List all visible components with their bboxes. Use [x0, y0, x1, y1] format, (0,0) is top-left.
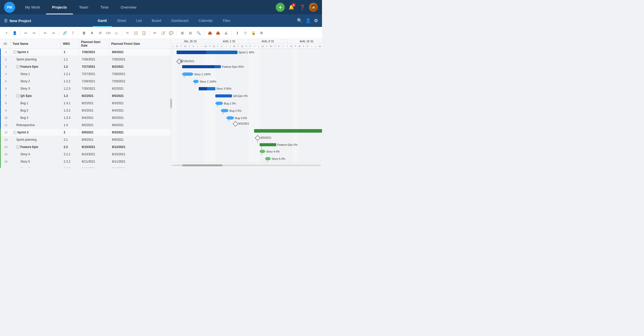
user-management-icon[interactable]: 👤: [305, 18, 311, 23]
outdent-button[interactable]: ⇐: [42, 29, 49, 36]
collapse-icon[interactable]: −: [16, 65, 19, 68]
assign-button[interactable]: 👤: [11, 29, 18, 36]
table-row[interactable]: 13 Sprint planning 2.1 8/9/2021 8/9/2021: [0, 136, 171, 143]
table-row[interactable]: 16 Story 5 2.2.2 8/11/2021 8/11/2021: [0, 158, 171, 165]
collapse-icon[interactable]: −: [16, 94, 19, 97]
table-row[interactable]: 15 Story 4 2.2.1 8/10/2021 8/10/2021: [0, 151, 171, 158]
row-number: 6: [1, 85, 11, 92]
finish-date: 8/5/2021: [110, 114, 171, 121]
table-row[interactable]: 8 Bug 1 1.3.1 8/2/2021 8/3/2021: [0, 100, 171, 107]
collapse-icon[interactable]: −: [16, 145, 19, 148]
gantt-settings-button[interactable]: ⚙: [258, 29, 265, 36]
draw-button[interactable]: ✏: [151, 29, 158, 36]
cut-button[interactable]: ✂: [124, 29, 131, 36]
avatar-image: 🧔: [309, 3, 318, 12]
logo[interactable]: PM: [4, 2, 15, 13]
nav-overview[interactable]: Overview: [115, 0, 143, 14]
task-name: Story 2: [11, 78, 62, 85]
delete-button[interactable]: 🗑: [80, 29, 88, 36]
gantt-scrollbar-thumb[interactable]: [182, 164, 222, 166]
print-button[interactable]: 🖨: [222, 29, 229, 36]
add-button[interactable]: ＋: [276, 3, 285, 12]
table-row[interactable]: 6 Story 3 1.2.3 7/30/2021 8/2/2021: [0, 85, 171, 92]
nav-my-work[interactable]: My Work: [19, 0, 46, 14]
add-task-button[interactable]: ＋: [3, 29, 10, 36]
gantt-day: S: [200, 44, 204, 49]
table-row[interactable]: 5 Story 2 1.2.2 7/29/2021 7/29/2021: [0, 78, 171, 85]
help-button[interactable]: ❓: [298, 3, 307, 12]
nav-projects[interactable]: Projects: [46, 0, 73, 14]
drag-dot: [171, 103, 172, 104]
table-row[interactable]: 14 − Feature Epic 2.2 8/10/2021 8/12/202…: [0, 143, 171, 151]
tab-list[interactable]: List: [131, 14, 147, 27]
export-button[interactable]: 📤: [206, 29, 213, 36]
gantt-day: W: [240, 44, 245, 49]
panel-resize-handle[interactable]: [170, 98, 172, 108]
indent-button[interactable]: ⇒: [50, 29, 57, 36]
row-number: 8: [1, 100, 11, 107]
table-row[interactable]: 7 − QA Epic 1.3 8/2/2021 8/5/2021: [0, 92, 171, 100]
gantt-day: S: [228, 44, 232, 49]
numbering-button[interactable]: 123: [105, 29, 112, 36]
unlink-button[interactable]: ⤴: [69, 29, 76, 36]
tab-calendar[interactable]: Calendar: [193, 14, 218, 27]
redo-button[interactable]: ↪: [30, 29, 37, 36]
notifications-button[interactable]: 🔔 1: [287, 3, 296, 12]
nav-team[interactable]: Team: [73, 0, 94, 14]
milestone-button[interactable]: ◇: [113, 29, 120, 36]
paste-button[interactable]: 📋: [140, 29, 147, 36]
info-button[interactable]: ℹ: [234, 29, 241, 36]
table-row[interactable]: 3 − Feature Epic 1.2 7/27/2021 8/2/2021: [0, 63, 171, 70]
copy-button[interactable]: ⬜: [132, 29, 139, 36]
tab-dashboard[interactable]: Dashboard: [166, 14, 194, 27]
gantt-panel: JUL, 25 '21 AUG, 1 '21 AUG, 8 '21 AUG, 1…: [171, 39, 322, 168]
gantt-day: T: [265, 44, 269, 49]
lock-button[interactable]: 🔒: [250, 29, 257, 36]
menu-icon[interactable]: ☰: [4, 18, 8, 23]
tab-sheet[interactable]: Sheet: [112, 14, 131, 27]
gantt-day: T: [187, 44, 191, 49]
table-row[interactable]: 1 − Sprint 1 1 7/26/2021 8/6/2021: [0, 49, 171, 56]
gantt-scrollbar[interactable]: [171, 162, 322, 168]
tab-files[interactable]: Files: [218, 14, 235, 27]
collapse-button[interactable]: ⊟: [187, 29, 194, 36]
table-row[interactable]: 11 Retrospective 1.4 8/5/2021 8/6/2021: [0, 122, 171, 129]
table-row[interactable]: 9 Bug 2 1.3.2 8/3/2021 8/4/2021: [0, 107, 171, 114]
filter-button[interactable]: ▽: [242, 29, 249, 36]
task-name: Story 5: [11, 158, 62, 165]
link-button[interactable]: 🔗: [61, 29, 68, 36]
notes-button[interactable]: 📝: [159, 29, 167, 36]
comment-button[interactable]: 💬: [168, 29, 175, 36]
row-number: 12: [1, 129, 11, 136]
table-row[interactable]: 17 Story 6 2.2.3 8/12/2021 8/12/2021: [0, 165, 171, 168]
tab-gantt[interactable]: Gantt: [93, 14, 112, 27]
gantt-day: M: [232, 44, 236, 49]
gantt-day: S: [171, 44, 175, 49]
finish-date: 8/2/2021: [110, 85, 171, 92]
table-row[interactable]: 2 Sprint planning 1.1 7/26/2021 7/26/202…: [0, 56, 171, 63]
drag-dot: [171, 102, 172, 102]
search-icon[interactable]: 🔍: [297, 18, 302, 23]
zoom-button[interactable]: 🔍: [195, 29, 202, 36]
tab-board[interactable]: Board: [147, 14, 166, 27]
share-button[interactable]: 📤: [214, 29, 221, 36]
start-date: 7/30/2021: [80, 85, 110, 92]
nav-time[interactable]: Time: [94, 0, 115, 14]
table-row[interactable]: 12 − Sprint 2 2 8/9/2021 9/3/2021: [0, 129, 171, 136]
gantt-scrollbar-track[interactable]: [172, 164, 321, 166]
avatar[interactable]: 🧔: [309, 3, 318, 12]
wbs-value: 1.2: [62, 63, 80, 70]
reset-button[interactable]: ↺: [97, 29, 104, 36]
settings-icon[interactable]: ⚙: [314, 18, 318, 23]
undo-button[interactable]: ↩: [22, 29, 29, 36]
table-row[interactable]: 4 Story 1 1.2.1 7/27/2021 7/28/2021: [0, 70, 171, 78]
sprint2-bar: [254, 129, 322, 133]
retrospective-milestone: [233, 121, 238, 126]
expand-button[interactable]: ⊞: [179, 29, 186, 36]
table-row[interactable]: 10 Bug 3 1.3.3 8/4/2021 8/5/2021: [0, 114, 171, 122]
collapse-icon[interactable]: −: [13, 51, 16, 54]
wbs-value: 1.3.2: [62, 107, 80, 114]
collapse-icon[interactable]: −: [13, 131, 16, 134]
wbs-value: 1.2.2: [62, 78, 80, 85]
format-text-button[interactable]: A: [89, 29, 96, 36]
